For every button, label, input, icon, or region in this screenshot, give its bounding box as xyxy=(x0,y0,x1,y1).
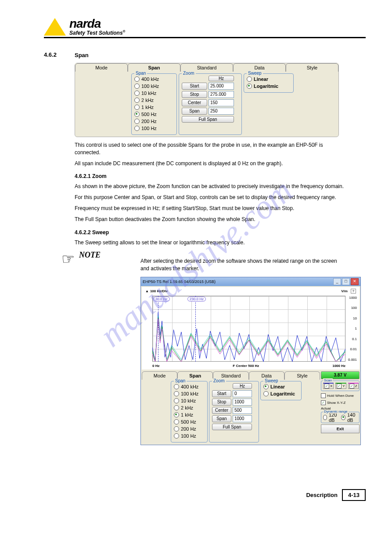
span-100hz[interactable]: 100 Hz xyxy=(134,125,174,132)
zoom-start-button[interactable]: Start xyxy=(182,83,207,90)
help-button[interactable]: ? xyxy=(351,289,356,294)
app-window: EHP50-TS Rel 1.59.65 04/03/2015 (USB) _ … xyxy=(140,277,361,445)
scan-x-toggle[interactable]: ✓X xyxy=(323,383,334,389)
app-zoom-group: Zoom Hz Start 0 Stop 1000 Center 500 Spa… xyxy=(209,381,259,443)
zoom-para-3: Frequency must be expressed in Hz; if se… xyxy=(75,205,347,212)
app-start-button[interactable]: Start xyxy=(212,390,231,397)
span-200hz[interactable]: 200 Hz xyxy=(134,118,174,125)
app-hz-head: Hz xyxy=(233,383,252,389)
full-span-button[interactable]: Full Span xyxy=(182,116,234,123)
page-footer: Description 4-13 xyxy=(0,489,366,501)
maximize-button[interactable]: □ xyxy=(342,278,350,285)
section-title: Span xyxy=(75,52,366,58)
app-stop-input[interactable]: 1000 xyxy=(233,399,252,406)
span-500hz[interactable]: 500 Hz xyxy=(134,111,174,118)
sweep-subhead: 4.6.2.2 Sweep xyxy=(75,229,366,236)
zoom-para-2: For this purpose Center and Span, or Sta… xyxy=(75,194,347,201)
page-header: narda Safety Test Solutions® xyxy=(44,18,366,38)
minimize-button[interactable]: _ xyxy=(333,278,341,285)
app-span-200[interactable]: 200 Hz xyxy=(174,425,205,432)
spectrum-chart[interactable]: ▲ 100 Hz/Div V/m ? 30.0 Hz 230.0 Hz xyxy=(144,289,358,368)
showxyz-checkbox[interactable]: ✓Show X-Y-Z xyxy=(321,400,360,405)
app-sweep-group: Sweep Linear Logaritmic xyxy=(260,381,302,400)
scan-y-toggle[interactable]: ✓Y xyxy=(335,383,346,389)
app-span-group: Span 400 kHz 100 kHz 10 kHz 2 kHz 1 kHz … xyxy=(171,381,208,443)
zoom-group: Zoom Hz Start 25.000 Stop 275.000 Center… xyxy=(179,73,242,135)
app-span-100[interactable]: 100 Hz xyxy=(174,432,205,439)
sweep-group-title: Sweep xyxy=(247,71,263,76)
note-text: After selecting the desired zoom the sof… xyxy=(140,258,347,272)
zoom-stop-input[interactable]: 275.000 xyxy=(209,91,234,98)
close-button[interactable]: ✕ xyxy=(351,278,359,285)
para-intro-2: All span include DC measurement (the DC … xyxy=(75,160,347,167)
hz-header: Hz xyxy=(209,76,234,81)
scan-title: Scan xyxy=(323,378,333,382)
unit-label: V/m xyxy=(341,289,348,293)
span-100khz[interactable]: 100 kHz xyxy=(134,83,174,90)
app-span-10k[interactable]: 10 kHz xyxy=(174,397,205,404)
zoom-para-1: As shown in the above picture, the Zoom … xyxy=(75,183,347,190)
note-label: NOTE xyxy=(79,250,101,259)
para-intro-1: This control is used to select one of th… xyxy=(75,141,347,156)
sweep-para-1: The Sweep setting allows to set the line… xyxy=(75,239,347,247)
sweep-linear[interactable]: Linear xyxy=(247,76,291,83)
logo-triangle-icon xyxy=(44,18,66,36)
page-number: 4-13 xyxy=(342,489,366,501)
sweep-group: Sweep Linear Logaritmic xyxy=(244,73,294,93)
dyn-title: Dynamic range xyxy=(323,410,349,414)
span-group: Span 400 kHz 100 kHz 10 kHz 2 kHz 1 kHz … xyxy=(131,73,177,135)
brand-subtitle: Safety Test Solutions® xyxy=(69,30,125,36)
span-10khz[interactable]: 10 kHz xyxy=(134,90,174,97)
dyn-120[interactable]: 120 dB xyxy=(323,414,339,421)
tab-style[interactable]: Style xyxy=(286,63,338,72)
app-sweep-log[interactable]: Logaritmic xyxy=(263,390,298,397)
dyn-140[interactable]: 140 dB xyxy=(341,414,357,421)
zoom-center-button[interactable]: Center xyxy=(182,99,207,106)
app-span-title: Span xyxy=(174,378,187,383)
app-center-input[interactable]: 500 xyxy=(233,407,252,414)
zoom-start-input[interactable]: 25.000 xyxy=(209,83,234,90)
pointing-hand-icon: ☞ xyxy=(61,251,75,266)
section-number: 4.6.2 xyxy=(44,51,57,58)
tab-mode[interactable]: Mode xyxy=(75,63,128,72)
sweep-log[interactable]: Logaritmic xyxy=(247,83,291,90)
span-2khz[interactable]: 2 kHz xyxy=(134,97,174,104)
app-sweep-title: Sweep xyxy=(263,378,280,383)
y-axis-labels: 1000 100 10 1 0.1 0.01 0.001 xyxy=(346,296,357,362)
app-span-100k[interactable]: 100 kHz xyxy=(174,390,205,397)
span-panel: Mode Span Standard Data Style Span 400 k… xyxy=(75,63,339,137)
app-span-500[interactable]: 500 Hz xyxy=(174,418,205,425)
zoom-stop-button[interactable]: Stop xyxy=(182,91,207,98)
zoom-center-input[interactable]: 150 xyxy=(209,99,234,106)
app-sweep-linear[interactable]: Linear xyxy=(263,383,298,390)
zoom-span-button[interactable]: Span xyxy=(182,108,207,115)
app-span-1k[interactable]: 1 kHz xyxy=(174,411,205,418)
span-group-title: Span xyxy=(134,71,147,76)
scan-z-toggle[interactable]: ✓Z xyxy=(348,383,359,389)
app-span-button[interactable]: Span xyxy=(212,415,231,422)
x-axis-labels: 0 Hz F Center 500 Hz 1000 Hz xyxy=(152,364,345,368)
span-400khz[interactable]: 400 kHz xyxy=(134,76,174,83)
span-1khz[interactable]: 1 kHz xyxy=(134,104,174,111)
hold-checkbox[interactable]: Hold When Done xyxy=(321,393,360,398)
app-fullspan-button[interactable]: Full Span xyxy=(212,424,252,430)
app-tab-style[interactable]: Style xyxy=(284,371,320,380)
app-start-input[interactable]: 0 xyxy=(233,390,252,397)
footer-label: Description xyxy=(306,492,338,498)
panel-tabs: Mode Span Standard Data Style xyxy=(75,63,338,72)
app-stop-button[interactable]: Stop xyxy=(212,399,231,406)
chart-divlabel: 100 Hz/Div xyxy=(150,289,168,293)
triangle-icon: ▲ xyxy=(145,289,149,293)
app-span-input[interactable]: 1000 xyxy=(233,415,252,422)
app-span-400[interactable]: 400 kHz xyxy=(174,383,205,390)
app-zoom-title: Zoom xyxy=(212,378,226,383)
app-tab-mode[interactable]: Mode xyxy=(142,371,177,380)
zoom-span-input[interactable]: 250 xyxy=(209,108,234,115)
exit-button[interactable]: Exit xyxy=(321,424,360,433)
brand-name: narda xyxy=(69,18,125,30)
titlebar: EHP50-TS Rel 1.59.65 04/03/2015 (USB) _ … xyxy=(141,277,360,286)
app-span-2k[interactable]: 2 kHz xyxy=(174,404,205,411)
app-center-button[interactable]: Center xyxy=(212,407,231,414)
dynamic-range-group: Dynamic range 120 dB 140 dB xyxy=(321,412,360,423)
zoom-subhead: 4.6.2.1 Zoom xyxy=(75,173,366,179)
